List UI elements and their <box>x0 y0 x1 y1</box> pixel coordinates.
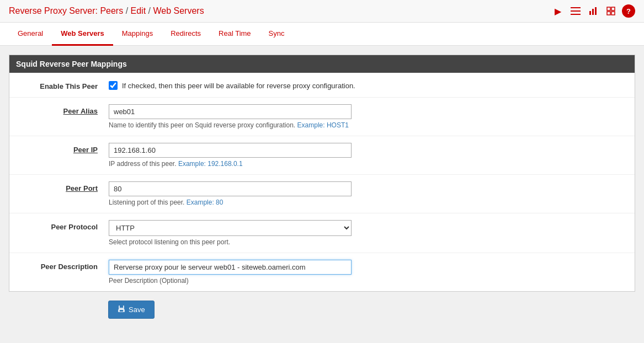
svg-rect-7 <box>611 7 615 10</box>
peer-alias-label: Peer Alias <box>9 104 109 115</box>
enable-peer-description: If checked, then this peer will be avail… <box>122 82 355 90</box>
breadcrumb-sep2: / <box>146 6 153 15</box>
svg-rect-0 <box>571 7 581 8</box>
peer-port-label: Peer Port <box>9 181 109 192</box>
svg-rect-5 <box>595 7 597 15</box>
enable-peer-row: Enable This Peer If checked, then this p… <box>9 73 635 98</box>
tab-redirects[interactable]: Redirects <box>162 23 210 46</box>
peer-ip-hint: IP address of this peer. Example: 192.16… <box>109 160 624 168</box>
peer-port-example[interactable]: Example: 80 <box>187 199 223 206</box>
peer-description-input[interactable] <box>109 260 352 275</box>
enable-peer-field: If checked, then this peer will be avail… <box>109 79 635 90</box>
peer-ip-input[interactable] <box>109 143 352 158</box>
svg-rect-11 <box>120 306 123 308</box>
svg-rect-3 <box>589 11 591 15</box>
header-icons: ▶ ? <box>551 4 635 18</box>
save-label: Save <box>129 306 145 314</box>
tab-bar: General Web Servers Mappings Redirects R… <box>0 23 644 46</box>
peer-alias-hint: Name to identify this peer on Squid reve… <box>109 121 624 129</box>
peer-ip-label: Peer IP <box>9 143 109 154</box>
tab-mappings[interactable]: Mappings <box>113 23 162 46</box>
svg-rect-13 <box>120 310 123 312</box>
peer-ip-field: IP address of this peer. Example: 192.16… <box>109 143 635 168</box>
form-actions: Save <box>9 292 635 328</box>
section-title: Squid Reverse Peer Mappings <box>9 55 635 73</box>
peer-port-input[interactable] <box>109 181 352 196</box>
peer-description-row: Peer Description Peer Description (Optio… <box>9 253 635 291</box>
peer-alias-example[interactable]: Example: HOST1 <box>297 121 349 129</box>
help-icon[interactable]: ? <box>622 4 635 18</box>
peer-protocol-hint: Select protocol listening on this peer p… <box>109 238 624 246</box>
list-icon[interactable] <box>569 4 582 18</box>
peer-port-field: Listening port of this peer. Example: 80 <box>109 181 635 206</box>
tab-real-time[interactable]: Real Time <box>210 23 260 46</box>
peer-alias-row: Peer Alias Name to identify this peer on… <box>9 98 635 136</box>
peer-protocol-label: Peer Protocol <box>9 220 109 231</box>
svg-rect-1 <box>571 10 581 12</box>
peer-protocol-select[interactable]: HTTP HTTPS <box>109 220 352 236</box>
tab-sync[interactable]: Sync <box>260 23 294 46</box>
svg-rect-9 <box>611 12 615 15</box>
page-header: Reverse Proxy Server: Peers / Edit / Web… <box>0 0 644 23</box>
peer-description-hint: Peer Description (Optional) <box>109 277 624 285</box>
peer-protocol-field: HTTP HTTPS Select protocol listening on … <box>109 220 635 246</box>
tab-general[interactable]: General <box>9 23 52 46</box>
breadcrumb-edit: Edit <box>131 6 146 15</box>
peer-port-hint: Listening port of this peer. Example: 80 <box>109 199 624 206</box>
svg-rect-8 <box>607 12 610 15</box>
main-content: Squid Reverse Peer Mappings Enable This … <box>0 46 644 336</box>
form-section: Squid Reverse Peer Mappings Enable This … <box>9 55 635 292</box>
peer-port-row: Peer Port Listening port of this peer. E… <box>9 175 635 213</box>
table-icon[interactable] <box>604 4 618 18</box>
svg-rect-4 <box>592 9 594 15</box>
play-icon[interactable]: ▶ <box>551 4 565 18</box>
breadcrumb: Reverse Proxy Server: Peers / Edit / Web… <box>9 6 204 16</box>
peer-alias-field: Name to identify this peer on Squid reve… <box>109 104 635 129</box>
peer-description-field: Peer Description (Optional) <box>109 260 635 285</box>
breadcrumb-peers: Reverse Proxy Server: Peers <box>9 6 123 15</box>
svg-rect-6 <box>607 7 610 10</box>
breadcrumb-webservers: Web Servers <box>153 6 204 15</box>
enable-peer-checkbox[interactable] <box>109 81 118 90</box>
peer-ip-example[interactable]: Example: 192.168.0.1 <box>178 160 243 168</box>
svg-rect-2 <box>571 14 581 15</box>
save-button[interactable]: Save <box>108 301 155 319</box>
peer-alias-input[interactable] <box>109 104 352 119</box>
breadcrumb-sep1: / <box>123 6 130 15</box>
tab-web-servers[interactable]: Web Servers <box>52 23 113 46</box>
peer-description-label: Peer Description <box>9 260 109 271</box>
peer-ip-row: Peer IP IP address of this peer. Example… <box>9 136 635 175</box>
save-icon <box>118 305 125 314</box>
chart-icon[interactable] <box>587 4 600 18</box>
enable-peer-label: Enable This Peer <box>9 79 109 90</box>
peer-protocol-row: Peer Protocol HTTP HTTPS Select protocol… <box>9 213 635 253</box>
